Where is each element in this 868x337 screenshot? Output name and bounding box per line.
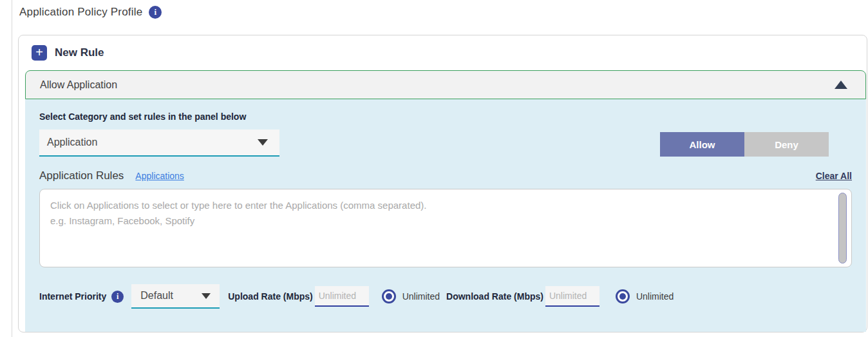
rate-settings-row: Internet Priority i Default Upload Rate … [39, 284, 852, 309]
textarea-scrollbar-thumb[interactable] [838, 193, 847, 264]
application-rules-row: Application Rules Applications Clear All [39, 169, 852, 182]
select-category-label: Select Category and set rules in the pan… [39, 111, 852, 122]
download-rate-input[interactable]: Unlimited [545, 286, 599, 307]
upload-rate-label: Upload Rate (Mbps) [228, 291, 312, 302]
chevron-down-icon [258, 139, 268, 146]
collapse-arrow-icon[interactable] [835, 81, 847, 89]
plus-icon[interactable]: + [32, 45, 47, 61]
upload-rate-input[interactable]: Unlimited [315, 286, 369, 307]
radio-dot [386, 293, 392, 300]
upload-unlimited-label: Unlimited [402, 291, 440, 302]
new-rule-label[interactable]: New Rule [55, 46, 104, 59]
category-dropdown-value: Application [47, 137, 258, 148]
info-icon[interactable]: i [149, 6, 162, 19]
category-row: Application Allow Deny [39, 130, 852, 157]
radio-dot [619, 293, 626, 300]
accordion-header[interactable]: Allow Application [25, 70, 866, 99]
applications-link[interactable]: Applications [135, 171, 184, 181]
chevron-down-icon [202, 293, 211, 299]
priority-dropdown[interactable]: Default [131, 284, 220, 309]
upload-rate-placeholder: Unlimited [319, 291, 356, 301]
priority-dropdown-value: Default [140, 290, 202, 302]
application-rules-title: Application Rules [39, 169, 124, 182]
accordion-title: Allow Application [40, 79, 835, 91]
applications-input[interactable]: Click on Applications to select or type … [39, 189, 852, 267]
clear-all-link[interactable]: Clear All [816, 171, 852, 181]
deny-button[interactable]: Deny [744, 132, 829, 157]
applications-input-placeholder-line1: Click on Applications to select or type … [50, 198, 832, 213]
applications-input-placeholder-line2: e.g. Instagram, Facebook, Spotify [50, 213, 832, 229]
allow-button[interactable]: Allow [660, 132, 744, 157]
category-dropdown[interactable]: Application [39, 130, 279, 157]
priority-info-icon[interactable]: i [111, 291, 124, 303]
download-rate-label: Download Rate (Mbps) [446, 291, 543, 302]
download-unlimited-label: Unlimited [636, 291, 674, 302]
download-unlimited-radio[interactable] [616, 289, 630, 303]
accordion-body: Select Category and set rules in the pan… [25, 99, 866, 332]
left-page-divider [12, 0, 12, 337]
upload-unlimited-radio[interactable] [382, 289, 396, 303]
policy-profile-card: + New Rule Allow Application Select Cate… [18, 35, 867, 332]
download-rate-placeholder: Unlimited [549, 291, 587, 301]
allow-deny-toggle: Allow Deny [660, 132, 829, 157]
page-header: Application Policy Profile i [19, 6, 162, 19]
allow-application-accordion: Allow Application Select Category and se… [25, 70, 866, 332]
internet-priority-label: Internet Priority [39, 291, 106, 302]
page-title: Application Policy Profile [19, 6, 142, 19]
new-rule-button[interactable]: + New Rule [19, 35, 867, 70]
